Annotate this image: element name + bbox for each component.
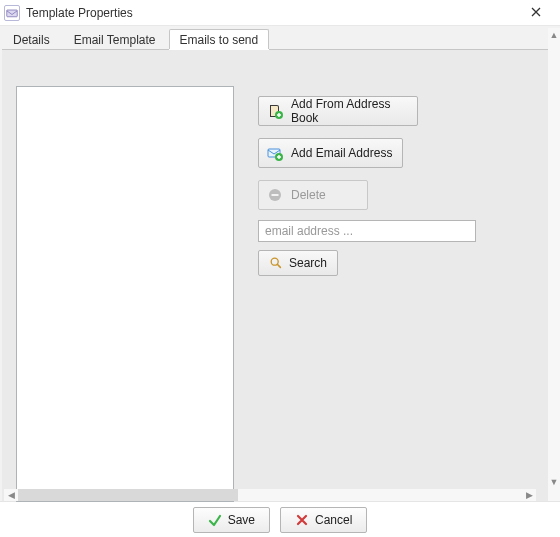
tab-details[interactable]: Details: [2, 29, 61, 49]
scroll-left-arrow-icon[interactable]: ◀: [4, 489, 18, 501]
hscroll-track[interactable]: [18, 489, 522, 501]
cancel-icon: [295, 513, 309, 527]
save-icon: [208, 513, 222, 527]
cancel-label: Cancel: [315, 513, 352, 527]
dialog-footer: Save Cancel: [0, 501, 560, 537]
email-list[interactable]: [16, 86, 234, 502]
scroll-corner: [548, 489, 560, 501]
save-button[interactable]: Save: [193, 507, 270, 533]
app-icon: [4, 5, 20, 21]
scroll-down-arrow-icon[interactable]: ▼: [548, 475, 560, 489]
delete-button: Delete: [258, 180, 368, 210]
add-email-address-label: Add Email Address: [291, 146, 392, 160]
vscroll-track[interactable]: [548, 42, 560, 475]
search-input[interactable]: [258, 220, 476, 242]
address-book-add-icon: [267, 103, 283, 119]
tabstrip: Details Email Template Emails to send: [2, 28, 548, 50]
close-icon: [530, 5, 542, 21]
add-email-address-button[interactable]: Add Email Address: [258, 138, 403, 168]
tab-email-template[interactable]: Email Template: [63, 29, 167, 49]
window-title: Template Properties: [26, 6, 516, 20]
search-label: Search: [289, 256, 327, 270]
search-area: Search: [258, 220, 476, 276]
tab-emails-to-send[interactable]: Emails to send: [169, 29, 270, 49]
tab-panel-emails-to-send: Add From Address Book Add Email Address: [2, 50, 548, 501]
svg-rect-0: [7, 10, 18, 17]
svg-rect-5: [272, 194, 279, 196]
titlebar: Template Properties: [0, 0, 560, 26]
cancel-button[interactable]: Cancel: [280, 507, 367, 533]
add-from-address-book-button[interactable]: Add From Address Book: [258, 96, 418, 126]
search-icon: [269, 256, 283, 270]
vertical-scrollbar[interactable]: ▲ ▼: [548, 28, 560, 489]
save-label: Save: [228, 513, 255, 527]
hscroll-thumb[interactable]: [18, 489, 238, 501]
scroll-right-arrow-icon[interactable]: ▶: [522, 489, 536, 501]
horizontal-scrollbar[interactable]: ◀ ▶: [4, 489, 536, 501]
client-area: Details Email Template Emails to send Ad…: [0, 26, 560, 501]
close-button[interactable]: [516, 0, 556, 26]
delete-label: Delete: [291, 188, 326, 202]
scroll-up-arrow-icon[interactable]: ▲: [548, 28, 560, 42]
email-add-icon: [267, 145, 283, 161]
button-column: Add From Address Book Add Email Address: [258, 96, 458, 210]
add-from-address-book-label: Add From Address Book: [291, 97, 409, 125]
delete-icon: [267, 187, 283, 203]
search-button[interactable]: Search: [258, 250, 338, 276]
